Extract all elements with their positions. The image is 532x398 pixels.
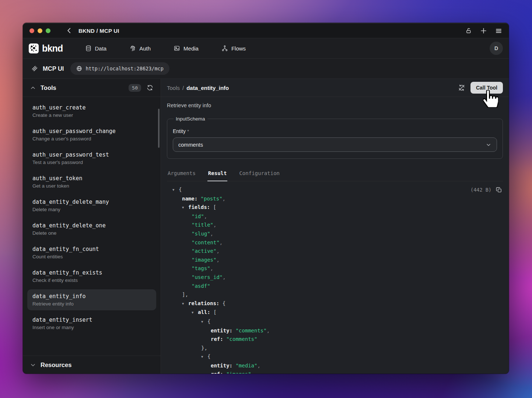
back-icon[interactable]: [66, 27, 74, 34]
resources-section-header[interactable]: Resources: [23, 356, 161, 374]
collapse-caret-icon[interactable]: ▼: [182, 300, 188, 308]
user-avatar[interactable]: D: [490, 42, 503, 55]
json-line: },: [167, 344, 503, 353]
tool-description: Create a new user: [32, 112, 151, 118]
tool-description: Delete many: [32, 207, 151, 212]
json-result-viewer: (442 B) ▼{name: "posts",▼fields: ["id","…: [167, 181, 503, 374]
top-navbar: bknd Data Auth Media Flows D: [23, 38, 509, 59]
tool-list-item[interactable]: data_entity_delete_manyDelete many: [27, 195, 156, 216]
input-schema-legend: InputSchema: [174, 116, 207, 122]
collapse-caret-icon[interactable]: ▼: [182, 203, 188, 212]
tab-result[interactable]: Result: [207, 167, 228, 181]
breadcrumb-separator: /: [182, 85, 184, 91]
json-line: "slug",: [167, 230, 503, 238]
tool-list-item[interactable]: data_entity_insertInsert one or many: [27, 313, 156, 334]
tool-name: auth_user_password_test: [32, 151, 151, 158]
brand-logo[interactable]: bknd: [29, 43, 63, 54]
collapse-caret-icon[interactable]: ▼: [172, 186, 179, 195]
collapse-caret-icon[interactable]: ▼: [201, 318, 207, 327]
tool-list-item[interactable]: data_entity_infoRetrieve entity info: [27, 289, 156, 310]
window-title: BKND / MCP UI: [78, 28, 119, 34]
json-line: "asdf": [167, 282, 503, 291]
breadcrumb-current: data_entity_info: [186, 85, 229, 91]
collapse-caret-icon[interactable]: ▼: [201, 353, 207, 362]
tool-list-item[interactable]: auth_user_createCreate a new user: [27, 101, 156, 122]
nav-item-data[interactable]: Data: [80, 42, 112, 55]
nav-item-label: Flows: [231, 45, 246, 52]
tool-list-item[interactable]: auth_user_password_testTest a user's pas…: [27, 148, 156, 169]
nav-item-flows[interactable]: Flows: [216, 42, 251, 55]
tool-description: Delete one: [32, 230, 151, 236]
new-tab-icon[interactable]: [480, 27, 487, 34]
minimize-window-button[interactable]: [38, 28, 42, 33]
resources-header-label: Resources: [41, 362, 71, 369]
tool-name: auth_user_create: [32, 104, 151, 111]
tool-description: Check if entity exists: [32, 277, 151, 283]
tool-list-item[interactable]: data_entity_fn_countCount entities: [27, 242, 156, 263]
zoom-window-button[interactable]: [46, 28, 50, 33]
workflow-icon: [221, 45, 228, 52]
chevron-down-icon: [486, 142, 491, 148]
tool-name: data_entity_delete_one: [32, 222, 151, 229]
json-line: "title",: [167, 221, 503, 230]
nav-item-media[interactable]: Media: [168, 42, 204, 55]
json-line: "content",: [167, 238, 503, 247]
server-url-pill[interactable]: http://localhost:28623/mcp: [70, 62, 169, 75]
tab-configuration[interactable]: Configuration: [238, 167, 280, 181]
tool-detail-header: Tools / data_entity_info Call Tool: [161, 79, 509, 97]
tool-list-item[interactable]: data_entity_fn_existsCheck if entity exi…: [27, 266, 156, 287]
nav-item-auth[interactable]: Auth: [124, 42, 156, 55]
image-icon: [174, 45, 180, 52]
call-tool-button[interactable]: Call Tool: [470, 82, 503, 94]
lock-icon[interactable]: [466, 28, 472, 34]
tool-list-item[interactable]: data_entity_delete_oneDelete one: [27, 219, 156, 240]
tool-description: Insert one or many: [32, 325, 151, 330]
auto-call-off-icon[interactable]: [458, 84, 465, 91]
tool-detail-panel: Tools / data_entity_info Call Tool Retri…: [161, 79, 509, 374]
result-size-label: (442 B): [470, 186, 491, 195]
tool-name: data_entity_fn_exists: [32, 269, 151, 276]
json-line: ▼relations: {: [167, 299, 503, 308]
globe-icon: [76, 66, 82, 71]
json-line: entity: "media",: [167, 362, 503, 370]
app-window: BKND / MCP UI bknd Data: [23, 23, 509, 374]
result-tabs: Arguments Result Configuration: [167, 167, 503, 181]
json-line: ▼{: [167, 352, 503, 362]
mcp-toolbar: MCP UI http://localhost:28623/mcp: [23, 59, 509, 79]
tool-name: data_entity_delete_many: [32, 199, 151, 205]
tools-header-label: Tools: [41, 84, 56, 91]
json-line: "id",: [167, 212, 503, 221]
layers-icon: [31, 65, 38, 72]
close-window-button[interactable]: [29, 28, 34, 33]
sidebar-scrollbar[interactable]: [158, 109, 160, 148]
json-line: ref: "comments": [167, 335, 503, 344]
breadcrumb-section[interactable]: Tools: [167, 85, 180, 91]
json-line: "tags",: [167, 264, 503, 273]
tools-section-header[interactable]: Tools 50: [23, 79, 161, 97]
collapse-caret-icon[interactable]: ▼: [192, 308, 198, 317]
tool-description: Test a user's password: [32, 160, 151, 165]
tab-arguments[interactable]: Arguments: [167, 167, 196, 181]
required-marker: *: [187, 129, 189, 134]
tool-description: Retrieve entity info: [167, 102, 503, 108]
traffic-lights: [29, 28, 50, 33]
tool-name: data_entity_insert: [32, 317, 151, 323]
json-line: ▼{: [167, 185, 503, 195]
tool-description: Get a user token: [32, 183, 151, 189]
entity-select-value: comments: [178, 142, 203, 148]
tool-list-item[interactable]: auth_user_tokenGet a user token: [27, 171, 156, 192]
tool-list-item[interactable]: auth_user_password_changeChange a user's…: [27, 124, 156, 145]
tools-count-badge: 50: [129, 84, 141, 92]
menu-icon[interactable]: [495, 27, 502, 34]
copy-icon[interactable]: [496, 187, 502, 193]
input-schema-fieldset: InputSchema Entity* comments: [167, 116, 503, 159]
database-icon: [85, 45, 92, 52]
json-line: entity: "comments",: [167, 327, 503, 335]
window-titlebar: BKND / MCP UI: [23, 23, 509, 38]
entity-select[interactable]: comments: [173, 137, 497, 152]
tool-name: auth_user_token: [32, 175, 151, 182]
tool-description: Change a user's password: [32, 136, 151, 142]
refresh-icon[interactable]: [147, 84, 153, 91]
brand-name: bknd: [42, 43, 63, 54]
tool-name: data_entity_fn_count: [32, 246, 151, 252]
